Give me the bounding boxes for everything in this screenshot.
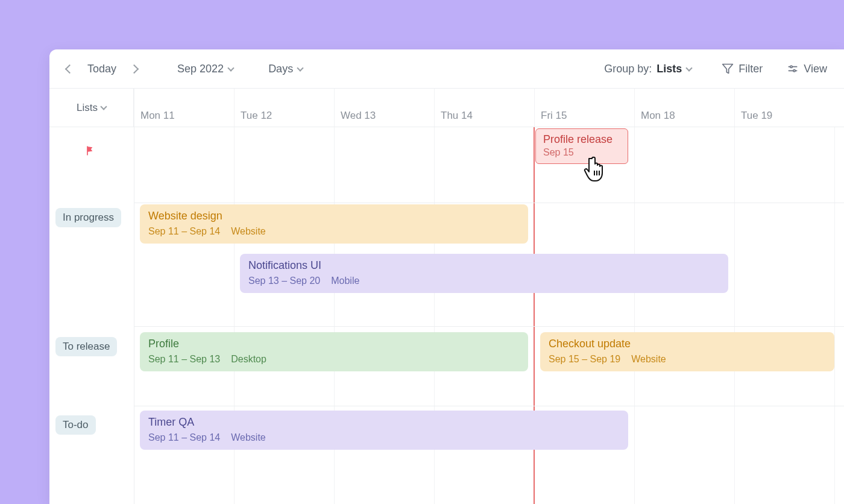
row-divider xyxy=(134,406,844,406)
calendar-window: Today Sep 2022 Days Group by: Lists Filt… xyxy=(49,49,844,504)
chevron-down-icon xyxy=(227,65,234,71)
day-head-mon18[interactable]: Mon 18 xyxy=(634,89,734,127)
day-head-thu14[interactable]: Thu 14 xyxy=(434,89,534,127)
grid-vline xyxy=(634,127,635,504)
sliders-icon xyxy=(787,63,799,75)
task-profile-release[interactable]: Profile release Sep 15 xyxy=(535,128,628,164)
task-title: Timer QA xyxy=(148,415,620,429)
task-tag: Desktop xyxy=(231,353,266,365)
task-checkout-update[interactable]: Checkout update Sep 15 – Sep 19 Website xyxy=(540,332,834,371)
task-title: Notifications UI xyxy=(248,259,720,272)
toolbar: Today Sep 2022 Days Group by: Lists Filt… xyxy=(49,49,844,89)
svg-point-4 xyxy=(793,70,795,72)
task-tag: Website xyxy=(231,432,266,444)
today-label: Today xyxy=(87,63,116,75)
task-range: Sep 11 – Sep 14 xyxy=(148,225,220,238)
prev-button[interactable] xyxy=(61,62,78,76)
view-label: View xyxy=(804,63,827,75)
task-tag: Website xyxy=(631,353,666,365)
flag-icon xyxy=(84,144,96,157)
task-range: Sep 13 – Sep 20 xyxy=(248,275,320,287)
task-tag: Mobile xyxy=(331,275,359,287)
granularity-picker[interactable]: Days xyxy=(263,59,307,79)
task-notifications-ui[interactable]: Notifications UI Sep 13 – Sep 20 Mobile xyxy=(240,254,728,293)
group-label-in-progress[interactable]: In progress xyxy=(55,208,121,227)
row-divider xyxy=(134,203,844,203)
chevron-right-icon xyxy=(130,64,139,74)
task-profile[interactable]: Profile Sep 11 – Sep 13 Desktop xyxy=(140,332,528,371)
sidebar-header-label: Lists xyxy=(77,102,98,114)
granularity-label: Days xyxy=(268,63,293,75)
day-head-mon11[interactable]: Mon 11 xyxy=(134,89,234,127)
task-range: Sep 11 – Sep 13 xyxy=(148,353,220,365)
task-range: Sep 11 – Sep 14 xyxy=(148,432,220,444)
task-range: Sep 15 – Sep 19 xyxy=(549,353,620,365)
month-label: Sep 2022 xyxy=(177,63,224,75)
task-tag: Website xyxy=(231,225,266,238)
chevron-left-icon xyxy=(65,64,75,74)
task-title: Website design xyxy=(148,209,520,223)
task-title: Profile xyxy=(148,337,520,351)
sidebar-divider xyxy=(134,127,134,504)
task-title: Profile release xyxy=(543,133,620,146)
chevron-down-icon xyxy=(100,103,107,110)
chevron-down-icon xyxy=(686,65,693,71)
group-by-value: Lists xyxy=(657,63,682,75)
day-head-tue19[interactable]: Tue 19 xyxy=(734,89,834,127)
day-head-tue12[interactable]: Tue 12 xyxy=(234,89,334,127)
row-divider xyxy=(134,326,844,327)
grid-vline xyxy=(834,127,835,504)
group-by-picker[interactable]: Group by: Lists xyxy=(599,59,696,79)
filter-icon xyxy=(722,63,734,75)
task-title: Checkout update xyxy=(549,337,826,351)
today-button[interactable]: Today xyxy=(83,59,121,79)
group-label-to-release[interactable]: To release xyxy=(55,337,117,356)
next-button[interactable] xyxy=(126,62,142,76)
task-date: Sep 15 xyxy=(543,146,574,159)
sidebar-header[interactable]: Lists xyxy=(49,89,134,127)
calendar-grid: Lists Mon 11 Tue 12 Wed 13 Thu 14 Fri 15… xyxy=(49,89,844,504)
day-head-fri15[interactable]: Fri 15 xyxy=(534,89,634,127)
month-picker[interactable]: Sep 2022 xyxy=(172,59,238,79)
group-label-to-do[interactable]: To-do xyxy=(55,415,96,435)
day-head-wed13[interactable]: Wed 13 xyxy=(334,89,434,127)
svg-point-2 xyxy=(790,66,792,68)
day-headers: Lists Mon 11 Tue 12 Wed 13 Thu 14 Fri 15… xyxy=(49,89,844,127)
chevron-down-icon xyxy=(297,65,303,71)
group-by-prefix: Group by: xyxy=(604,63,652,75)
task-timer-qa[interactable]: Timer QA Sep 11 – Sep 14 Website xyxy=(140,411,628,450)
filter-button[interactable]: Filter xyxy=(717,59,767,79)
filter-label: Filter xyxy=(738,63,763,75)
grid-vline xyxy=(734,127,735,504)
view-button[interactable]: View xyxy=(782,59,832,79)
svg-marker-0 xyxy=(723,65,733,74)
task-website-design[interactable]: Website design Sep 11 – Sep 14 Website xyxy=(140,204,528,244)
grid-body: Profile release Sep 15 In progress Websi… xyxy=(49,127,844,504)
